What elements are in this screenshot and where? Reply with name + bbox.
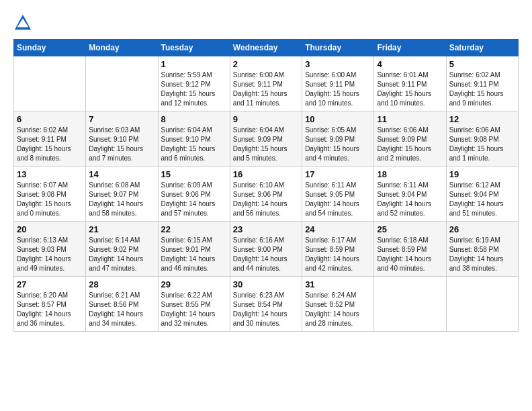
calendar-cell: 3Sunrise: 6:00 AM Sunset: 9:11 PM Daylig…: [302, 56, 374, 111]
calendar-cell: 16Sunrise: 6:10 AM Sunset: 9:06 PM Dayli…: [230, 167, 302, 222]
day-info: Sunrise: 6:06 AM Sunset: 9:08 PM Dayligh…: [449, 126, 515, 163]
logo: [13, 13, 34, 32]
day-number: 27: [17, 279, 83, 289]
calendar-cell: 31Sunrise: 6:24 AM Sunset: 8:52 PM Dayli…: [302, 277, 374, 332]
day-info: Sunrise: 6:24 AM Sunset: 8:52 PM Dayligh…: [305, 291, 371, 328]
day-number: 12: [449, 114, 515, 124]
day-number: 31: [305, 279, 371, 289]
calendar-cell: 25Sunrise: 6:18 AM Sunset: 8:59 PM Dayli…: [374, 222, 446, 277]
calendar-cell: [374, 277, 446, 332]
day-info: Sunrise: 6:15 AM Sunset: 9:01 PM Dayligh…: [161, 236, 227, 273]
calendar-cell: 6Sunrise: 6:02 AM Sunset: 9:11 PM Daylig…: [14, 111, 86, 167]
calendar-cell: 27Sunrise: 6:20 AM Sunset: 8:57 PM Dayli…: [14, 277, 86, 332]
day-number: 18: [377, 169, 443, 179]
calendar-cell: 7Sunrise: 6:03 AM Sunset: 9:10 PM Daylig…: [86, 111, 158, 167]
calendar-cell: [446, 277, 518, 332]
calendar-cell: [14, 56, 86, 111]
day-info: Sunrise: 6:08 AM Sunset: 9:07 PM Dayligh…: [89, 181, 154, 218]
day-info: Sunrise: 6:00 AM Sunset: 9:11 PM Dayligh…: [233, 71, 299, 108]
calendar-cell: 19Sunrise: 6:12 AM Sunset: 9:04 PM Dayli…: [446, 167, 518, 222]
day-info: Sunrise: 5:59 AM Sunset: 9:12 PM Dayligh…: [161, 71, 227, 108]
day-number: 24: [305, 224, 371, 234]
day-number: 20: [17, 224, 83, 234]
day-number: 11: [377, 114, 443, 124]
day-info: Sunrise: 6:23 AM Sunset: 8:54 PM Dayligh…: [233, 291, 299, 328]
calendar-cell: 28Sunrise: 6:21 AM Sunset: 8:56 PM Dayli…: [86, 277, 158, 332]
day-number: 7: [89, 114, 154, 124]
day-number: 30: [233, 279, 299, 289]
calendar-cell: 13Sunrise: 6:07 AM Sunset: 9:08 PM Dayli…: [14, 167, 86, 222]
day-info: Sunrise: 6:01 AM Sunset: 9:11 PM Dayligh…: [377, 71, 443, 108]
calendar-cell: 14Sunrise: 6:08 AM Sunset: 9:07 PM Dayli…: [86, 167, 158, 222]
day-info: Sunrise: 6:06 AM Sunset: 9:09 PM Dayligh…: [377, 126, 443, 163]
logo-icon: [13, 13, 32, 32]
day-info: Sunrise: 6:04 AM Sunset: 9:09 PM Dayligh…: [233, 126, 299, 163]
calendar-cell: 21Sunrise: 6:14 AM Sunset: 9:02 PM Dayli…: [86, 222, 158, 277]
day-number: 16: [233, 169, 299, 179]
day-info: Sunrise: 6:22 AM Sunset: 8:55 PM Dayligh…: [161, 291, 227, 328]
col-header-monday: Monday: [86, 40, 158, 56]
day-info: Sunrise: 6:18 AM Sunset: 8:59 PM Dayligh…: [377, 236, 443, 273]
day-number: 10: [305, 114, 371, 124]
col-header-sunday: Sunday: [14, 40, 86, 56]
day-info: Sunrise: 6:13 AM Sunset: 9:03 PM Dayligh…: [17, 236, 83, 273]
day-info: Sunrise: 6:11 AM Sunset: 9:05 PM Dayligh…: [305, 181, 371, 218]
calendar-cell: 5Sunrise: 6:02 AM Sunset: 9:11 PM Daylig…: [446, 56, 518, 111]
col-header-saturday: Saturday: [446, 40, 518, 56]
col-header-wednesday: Wednesday: [230, 40, 302, 56]
calendar-week-row: 27Sunrise: 6:20 AM Sunset: 8:57 PM Dayli…: [14, 277, 519, 332]
day-number: 23: [233, 224, 299, 234]
day-info: Sunrise: 6:11 AM Sunset: 9:04 PM Dayligh…: [377, 181, 443, 218]
day-number: 22: [161, 224, 227, 234]
day-info: Sunrise: 6:14 AM Sunset: 9:02 PM Dayligh…: [89, 236, 154, 273]
day-info: Sunrise: 6:07 AM Sunset: 9:08 PM Dayligh…: [17, 181, 83, 218]
calendar-cell: 15Sunrise: 6:09 AM Sunset: 9:06 PM Dayli…: [158, 167, 230, 222]
day-number: 17: [305, 169, 371, 179]
page-header: [13, 13, 519, 32]
calendar-cell: 18Sunrise: 6:11 AM Sunset: 9:04 PM Dayli…: [374, 167, 446, 222]
day-info: Sunrise: 6:02 AM Sunset: 9:11 PM Dayligh…: [17, 126, 83, 163]
calendar-cell: 24Sunrise: 6:17 AM Sunset: 8:59 PM Dayli…: [302, 222, 374, 277]
col-header-tuesday: Tuesday: [158, 40, 230, 56]
day-info: Sunrise: 6:21 AM Sunset: 8:56 PM Dayligh…: [89, 291, 154, 328]
day-info: Sunrise: 6:16 AM Sunset: 9:00 PM Dayligh…: [233, 236, 299, 273]
calendar-cell: 10Sunrise: 6:05 AM Sunset: 9:09 PM Dayli…: [302, 111, 374, 167]
calendar-cell: 20Sunrise: 6:13 AM Sunset: 9:03 PM Dayli…: [14, 222, 86, 277]
day-number: 13: [17, 169, 83, 179]
day-number: 8: [161, 114, 227, 124]
day-number: 5: [449, 59, 515, 69]
calendar-cell: 2Sunrise: 6:00 AM Sunset: 9:11 PM Daylig…: [230, 56, 302, 111]
day-info: Sunrise: 6:02 AM Sunset: 9:11 PM Dayligh…: [449, 71, 515, 108]
calendar-cell: 9Sunrise: 6:04 AM Sunset: 9:09 PM Daylig…: [230, 111, 302, 167]
calendar-cell: 30Sunrise: 6:23 AM Sunset: 8:54 PM Dayli…: [230, 277, 302, 332]
day-number: 19: [449, 169, 515, 179]
day-number: 29: [161, 279, 227, 289]
day-info: Sunrise: 6:17 AM Sunset: 8:59 PM Dayligh…: [305, 236, 371, 273]
day-number: 2: [233, 59, 299, 69]
day-info: Sunrise: 6:12 AM Sunset: 9:04 PM Dayligh…: [449, 181, 515, 218]
day-info: Sunrise: 6:19 AM Sunset: 8:58 PM Dayligh…: [449, 236, 515, 273]
calendar-cell: 23Sunrise: 6:16 AM Sunset: 9:00 PM Dayli…: [230, 222, 302, 277]
calendar-table: SundayMondayTuesdayWednesdayThursdayFrid…: [13, 39, 519, 332]
calendar-header-row: SundayMondayTuesdayWednesdayThursdayFrid…: [14, 40, 519, 56]
day-number: 1: [161, 59, 227, 69]
day-number: 28: [89, 279, 154, 289]
day-info: Sunrise: 6:05 AM Sunset: 9:09 PM Dayligh…: [305, 126, 371, 163]
calendar-cell: 1Sunrise: 5:59 AM Sunset: 9:12 PM Daylig…: [158, 56, 230, 111]
calendar-cell: 12Sunrise: 6:06 AM Sunset: 9:08 PM Dayli…: [446, 111, 518, 167]
col-header-thursday: Thursday: [302, 40, 374, 56]
day-number: 14: [89, 169, 154, 179]
calendar-cell: 22Sunrise: 6:15 AM Sunset: 9:01 PM Dayli…: [158, 222, 230, 277]
day-info: Sunrise: 6:04 AM Sunset: 9:10 PM Dayligh…: [161, 126, 227, 163]
calendar-cell: 8Sunrise: 6:04 AM Sunset: 9:10 PM Daylig…: [158, 111, 230, 167]
day-info: Sunrise: 6:00 AM Sunset: 9:11 PM Dayligh…: [305, 71, 371, 108]
calendar-cell: 17Sunrise: 6:11 AM Sunset: 9:05 PM Dayli…: [302, 167, 374, 222]
calendar-cell: 29Sunrise: 6:22 AM Sunset: 8:55 PM Dayli…: [158, 277, 230, 332]
day-number: 9: [233, 114, 299, 124]
calendar-cell: 26Sunrise: 6:19 AM Sunset: 8:58 PM Dayli…: [446, 222, 518, 277]
calendar-week-row: 6Sunrise: 6:02 AM Sunset: 9:11 PM Daylig…: [14, 111, 519, 167]
calendar-cell: 4Sunrise: 6:01 AM Sunset: 9:11 PM Daylig…: [374, 56, 446, 111]
calendar-week-row: 20Sunrise: 6:13 AM Sunset: 9:03 PM Dayli…: [14, 222, 519, 277]
day-number: 15: [161, 169, 227, 179]
calendar-week-row: 13Sunrise: 6:07 AM Sunset: 9:08 PM Dayli…: [14, 167, 519, 222]
